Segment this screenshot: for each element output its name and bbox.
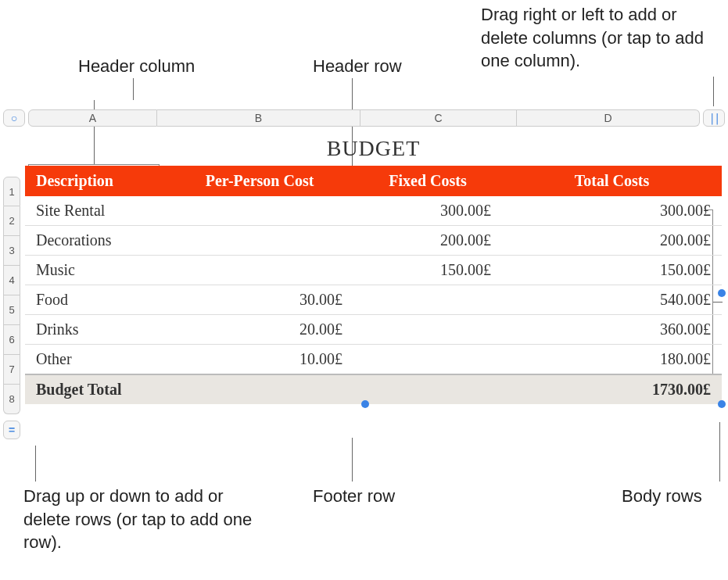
budget-table-container: BUDGET Description Per-Person Cost Fixed… — [25, 136, 722, 404]
leader-line — [713, 77, 714, 106]
cell-fixed[interactable] — [353, 285, 502, 315]
footer-empty[interactable] — [166, 374, 353, 404]
cell-per-person[interactable]: 30.00£ — [166, 285, 353, 315]
cell-fixed[interactable]: 200.00£ — [353, 226, 502, 256]
callout-row-handle: Drag up or down to add or delete rows (o… — [23, 485, 258, 554]
cell-total[interactable]: 540.00£ — [502, 285, 722, 315]
column-header-a[interactable]: A — [28, 109, 157, 127]
row-handle-icon: = — [9, 424, 15, 436]
callout-header-row: Header row — [313, 55, 402, 78]
row-header-6[interactable]: 6 — [3, 325, 20, 355]
leader-line — [352, 438, 353, 482]
callout-body-rows: Body rows — [622, 485, 702, 508]
cell-description[interactable]: Decorations — [25, 226, 166, 256]
circle-icon: ○ — [11, 112, 17, 124]
budget-table[interactable]: Description Per-Person Cost Fixed Costs … — [25, 166, 722, 404]
table-row[interactable]: Drinks 20.00£ 360.00£ — [25, 315, 722, 345]
cell-per-person[interactable]: 10.00£ — [166, 345, 353, 375]
row-header-7[interactable]: 7 — [3, 355, 20, 385]
callout-header-column: Header column — [78, 55, 195, 78]
row-header-4[interactable]: 4 — [3, 266, 20, 295]
callout-col-handle: Drag right or left to add or delete colu… — [481, 3, 723, 73]
table-row[interactable]: Food 30.00£ 540.00£ — [25, 285, 722, 315]
selection-handle-icon[interactable] — [718, 400, 726, 408]
cell-description[interactable]: Site Rental — [25, 196, 166, 226]
selection-handle-icon[interactable] — [718, 289, 726, 297]
footer-label[interactable]: Budget Total — [25, 374, 166, 404]
column-header-b[interactable]: B — [157, 109, 360, 127]
selection-handle-icon[interactable] — [361, 400, 369, 408]
cell-fixed[interactable] — [353, 315, 502, 345]
add-row-handle[interactable]: = — [3, 421, 20, 439]
table-row[interactable]: Site Rental 300.00£ 300.00£ — [25, 196, 722, 226]
cell-per-person[interactable] — [166, 256, 353, 285]
th-description[interactable]: Description — [25, 166, 166, 196]
table-row[interactable]: Other 10.00£ 180.00£ — [25, 345, 722, 375]
callout-footer-row: Footer row — [313, 485, 395, 508]
cell-total[interactable]: 200.00£ — [502, 226, 722, 256]
table-title: BUDGET — [25, 136, 722, 161]
cell-description[interactable]: Music — [25, 256, 166, 285]
cell-total[interactable]: 360.00£ — [502, 315, 722, 345]
column-handle-icon: || — [709, 112, 719, 124]
row-header-1[interactable]: 1 — [3, 177, 20, 206]
cell-total[interactable]: 180.00£ — [502, 345, 722, 375]
table-header-row[interactable]: Description Per-Person Cost Fixed Costs … — [25, 166, 722, 196]
column-header-c[interactable]: C — [360, 109, 517, 127]
table-row[interactable]: Decorations 200.00£ 200.00£ — [25, 226, 722, 256]
cell-total[interactable]: 300.00£ — [502, 196, 722, 226]
cell-total[interactable]: 150.00£ — [502, 256, 722, 285]
th-fixed[interactable]: Fixed Costs — [353, 166, 502, 196]
cell-description[interactable]: Drinks — [25, 315, 166, 345]
cell-fixed[interactable]: 300.00£ — [353, 196, 502, 226]
add-column-handle[interactable]: || — [703, 109, 725, 127]
row-header-3[interactable]: 3 — [3, 236, 20, 266]
table-row[interactable]: Music 150.00£ 150.00£ — [25, 256, 722, 285]
column-headers: A B C D — [28, 109, 700, 127]
leader-line — [133, 78, 134, 100]
footer-total[interactable]: 1730.00£ — [502, 374, 722, 404]
cell-per-person[interactable]: 20.00£ — [166, 315, 353, 345]
cell-description[interactable]: Food — [25, 285, 166, 315]
row-header-5[interactable]: 5 — [3, 295, 20, 325]
leader-line — [35, 446, 36, 482]
table-footer-row[interactable]: Budget Total 1730.00£ — [25, 374, 722, 404]
corner-handle[interactable]: ○ — [3, 109, 25, 127]
leader-line — [719, 422, 720, 482]
row-header-2[interactable]: 2 — [3, 206, 20, 236]
row-headers: 1 2 3 4 5 6 7 8 — [3, 177, 20, 414]
cell-fixed[interactable] — [353, 345, 502, 375]
cell-per-person[interactable] — [166, 196, 353, 226]
footer-empty[interactable] — [353, 374, 502, 404]
row-header-8[interactable]: 8 — [3, 385, 20, 414]
column-header-d[interactable]: D — [517, 109, 700, 127]
th-per-person[interactable]: Per-Person Cost — [166, 166, 353, 196]
cell-per-person[interactable] — [166, 226, 353, 256]
th-total[interactable]: Total Costs — [502, 166, 722, 196]
cell-description[interactable]: Other — [25, 345, 166, 375]
cell-fixed[interactable]: 150.00£ — [353, 256, 502, 285]
